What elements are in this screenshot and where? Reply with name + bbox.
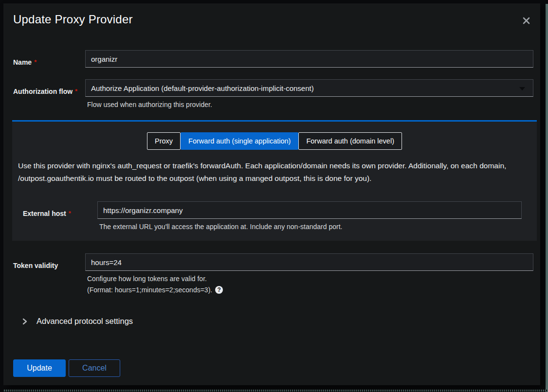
token-validity-input[interactable]: [85, 253, 533, 271]
tab-proxy[interactable]: Proxy: [147, 132, 181, 150]
help-icon[interactable]: ?: [215, 286, 223, 294]
token-validity-label: Token validity: [13, 262, 58, 269]
update-button[interactable]: Update: [13, 359, 66, 377]
update-proxy-provider-modal: Update Proxy Provider Name * Authorizati…: [3, 3, 540, 385]
tab-forward-auth-single-application[interactable]: Forward auth (single application): [181, 132, 298, 150]
external-host-help: The external URL you'll access the appli…: [99, 223, 342, 231]
advanced-protocol-settings-toggle[interactable]: Advanced protocol settings: [22, 317, 133, 326]
authorization-flow-help: Flow used when authorizing this provider…: [87, 101, 212, 108]
advanced-protocol-settings-label: Advanced protocol settings: [37, 317, 133, 326]
modal-title: Update Proxy Provider: [13, 13, 133, 26]
name-field-label: Name *: [13, 58, 37, 66]
page-edge-bottom: [4, 390, 548, 392]
external-host-input[interactable]: [97, 201, 522, 219]
proxy-mode-tabs: Proxy Forward auth (single application) …: [147, 132, 402, 150]
required-asterisk: *: [69, 210, 71, 217]
proxy-mode-card: Proxy Forward auth (single application) …: [12, 120, 537, 241]
close-icon[interactable]: [520, 14, 532, 27]
external-host-label: External host *: [23, 210, 71, 217]
page-edge-right: [546, 4, 548, 392]
token-validity-help-line2: (Format: hours=1;minutes=2;seconds=3). ?: [87, 286, 223, 294]
mode-description: Use this provider with nginx's auth_requ…: [18, 160, 511, 185]
caret-down-icon: [519, 87, 525, 90]
tab-forward-auth-domain-level[interactable]: Forward auth (domain level): [298, 132, 402, 150]
cancel-button[interactable]: Cancel: [69, 359, 120, 377]
token-validity-help-line1: Configure how long tokens are valid for.: [87, 275, 207, 283]
required-asterisk: *: [34, 58, 37, 66]
required-asterisk: *: [75, 88, 77, 95]
name-input[interactable]: [85, 50, 533, 68]
x-mark-icon: [523, 17, 530, 24]
authorization-flow-label: Authorization flow *: [13, 88, 77, 95]
authorization-flow-select[interactable]: Authorize Application (default-provider-…: [85, 79, 533, 97]
authorization-flow-selected-value: Authorize Application (default-provider-…: [91, 84, 314, 92]
chevron-right-icon: [22, 318, 27, 325]
